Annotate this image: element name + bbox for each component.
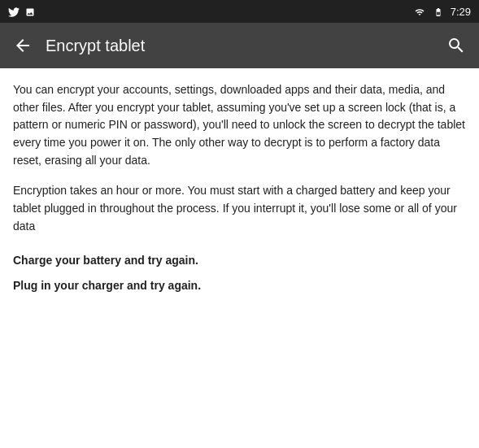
battery-icon: [431, 6, 446, 17]
image-icon: [24, 4, 36, 19]
search-icon[interactable]: [446, 36, 466, 56]
content-area: You can encrypt your accounts, settings,…: [0, 68, 479, 448]
back-button[interactable]: [13, 36, 33, 55]
twitter-icon: [8, 4, 20, 19]
page-title: Encrypt tablet: [46, 37, 145, 55]
description-paragraph: You can encrypt your accounts, settings,…: [13, 81, 466, 169]
wifi-icon: [413, 6, 426, 17]
app-bar-left: Encrypt tablet: [13, 36, 145, 55]
plugin-action-text: Plug in your charger and try again.: [13, 277, 466, 295]
status-bar-left-icons: [8, 4, 36, 19]
app-bar: Encrypt tablet: [0, 23, 479, 68]
svg-rect-1: [437, 10, 440, 12]
status-time: 7:29: [451, 6, 471, 18]
warning-paragraph: Encryption takes an hour or more. You mu…: [13, 182, 466, 235]
svg-rect-0: [437, 11, 440, 15]
status-bar-right-icons: 7:29: [413, 6, 471, 18]
charge-action-text: Charge your battery and try again.: [13, 252, 466, 270]
status-bar: 7:29: [0, 0, 479, 23]
